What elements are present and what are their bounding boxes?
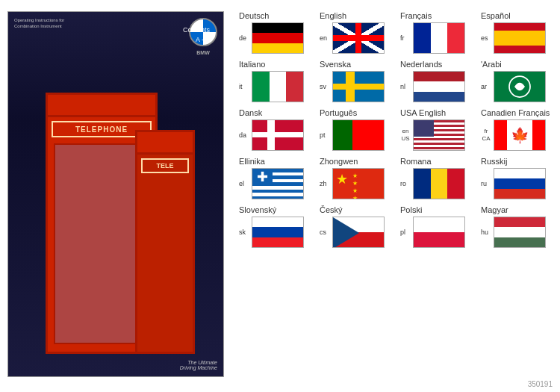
lang-code-es: es (481, 35, 491, 42)
contents-title: Contents (183, 26, 210, 34)
flag-portugal (332, 119, 385, 151)
flag-it-red (286, 72, 303, 102)
small-star-2: ★ (352, 180, 358, 187)
lang-code-us: enUS (400, 128, 411, 142)
lang-label-pt: Português (320, 108, 357, 117)
lang-label-us: USA English (400, 108, 446, 117)
lang-flag-ar: ar (481, 71, 546, 102)
small-star-3: ★ (352, 187, 358, 194)
flag-uk (332, 22, 385, 54)
lang-flag-nl: nl (400, 71, 465, 102)
lang-flag-da: da (239, 119, 304, 151)
lang-item-de[interactable]: Deutsch de (239, 11, 314, 54)
flag-spain (494, 22, 546, 54)
flag-netherlands (413, 71, 465, 102)
lang-label-da: Dansk (239, 108, 262, 117)
lang-label-hu: Magyar (481, 205, 508, 214)
lang-label-fr: Français (400, 11, 432, 20)
lang-code-ar: ar (481, 84, 491, 90)
lang-flag-de: de (239, 22, 304, 54)
left-panel: TELEPHONE TELE Operating Instructions fo… (0, 0, 231, 392)
lang-flag-pt: pt (320, 119, 385, 151)
flag-denmark (252, 119, 304, 151)
flag-zh-big-star: ★ (336, 172, 348, 187)
lang-item-en[interactable]: English en (320, 11, 394, 54)
lang-flag-us: enUS (400, 119, 465, 151)
lang-item-fr[interactable]: Français fr (400, 11, 475, 54)
flag-uk-inner (333, 23, 384, 53)
flag-sweden (332, 71, 385, 102)
lang-item-cs[interactable]: Český cs (320, 205, 394, 248)
book-header: Operating Instructions for Combination I… (14, 18, 217, 46)
flag-el-canton: ✚ (252, 169, 273, 185)
lang-item-ca[interactable]: Canadien Français frCA 🍁 (481, 108, 556, 151)
lang-label-ru: Russkij (481, 157, 507, 166)
flag-usa (413, 119, 465, 151)
flag-us-canton (414, 120, 434, 137)
lang-item-hu[interactable]: Magyar hu (481, 205, 556, 248)
flag-zh-small-stars: ★ ★ ★ ★ (352, 172, 358, 199)
lang-code-hu: hu (481, 229, 491, 236)
flag-czech (332, 217, 385, 248)
lang-label-ar: 'Arabi (481, 60, 502, 69)
lang-code-ca: frCA (481, 128, 491, 142)
lang-label-ca: Canadien Français (481, 108, 550, 117)
lang-code-sv: sv (320, 84, 330, 90)
flag-canada: 🍁 (494, 119, 546, 151)
flag-zh-stars: ★ ★ ★ ★ ★ (336, 171, 348, 187)
greek-cross-icon: ✚ (257, 170, 268, 184)
lang-item-sk[interactable]: Slovenský sk (239, 205, 314, 248)
lang-flag-sk: sk (239, 217, 304, 248)
lang-item-pt[interactable]: Português pt (320, 108, 394, 151)
lang-code-zh: zh (320, 181, 330, 187)
lang-code-fr: fr (400, 35, 411, 42)
lang-code-pt: pt (320, 132, 330, 139)
flag-fr-red (447, 23, 464, 53)
flag-ro-red (447, 169, 464, 199)
flag-cs-triangle (333, 217, 359, 248)
flag-it-green (252, 72, 270, 102)
lang-item-us[interactable]: USA English enUS (400, 108, 475, 151)
second-phone-box: TELE (135, 130, 195, 354)
lang-item-es[interactable]: Español es (481, 11, 556, 54)
flag-poland (413, 217, 465, 248)
flag-it-white (270, 72, 287, 102)
maple-leaf-icon: 🍁 (511, 128, 529, 143)
flag-fr-white (431, 23, 448, 53)
lang-item-pl[interactable]: Polski pl (400, 205, 475, 248)
lang-item-it[interactable]: Italiano it (239, 60, 314, 102)
lang-flag-en: en (320, 22, 385, 54)
lang-flag-es: es (481, 22, 546, 54)
lang-label-pl: Polski (400, 205, 422, 214)
phone-sign-text-2: TELE (156, 162, 173, 169)
lang-row-3: Dansk da Português pt USA English enUS (239, 108, 556, 151)
lang-label-nl: Nederlands (400, 60, 442, 69)
lang-label-ro: Romana (400, 157, 432, 166)
lang-flag-cs: cs (320, 217, 385, 248)
second-box-top (137, 132, 193, 155)
lang-item-zh[interactable]: Zhongwen zh ★ ★ ★ ★ ★ (320, 157, 394, 199)
lang-item-el[interactable]: Ellinika el ✚ (239, 157, 314, 199)
lang-label-cs: Český (320, 205, 343, 214)
lang-code-it: it (239, 84, 249, 90)
lang-label-zh: Zhongwen (320, 157, 358, 166)
lang-flag-ro: ro (400, 168, 465, 199)
lang-label-it: Italiano (239, 60, 265, 69)
lang-row-4: Ellinika el ✚ Zhongwen zh (239, 157, 556, 199)
lang-flag-ca: frCA 🍁 (481, 119, 546, 151)
lang-code-sk: sk (239, 229, 249, 236)
phone-box-illustration: TELEPHONE TELE (31, 85, 208, 354)
lang-item-ar[interactable]: 'Arabi ar (481, 60, 556, 102)
flag-italy (252, 71, 304, 102)
flag-ca-red-r (532, 120, 545, 150)
lang-item-nl[interactable]: Nederlands nl (400, 60, 475, 102)
lang-code-cs: cs (320, 229, 330, 236)
lang-item-da[interactable]: Dansk da (239, 108, 314, 151)
lang-item-ro[interactable]: Romana ro (400, 157, 475, 199)
flag-russia (494, 168, 546, 199)
lang-item-sv[interactable]: Svenska sv (320, 60, 394, 102)
lang-item-ru[interactable]: Russkij ru (481, 157, 556, 199)
lang-code-ro: ro (400, 181, 411, 187)
tagline: The UltimateDriving Machine (180, 360, 217, 370)
right-panel: Deutsch de English en Français fr (231, 0, 560, 392)
